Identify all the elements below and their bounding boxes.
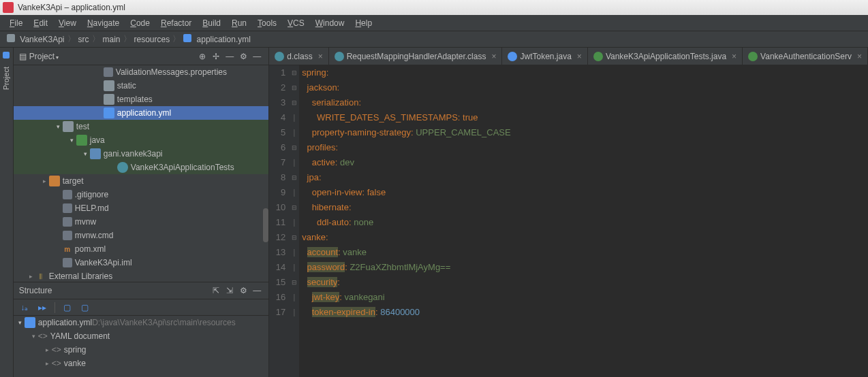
breadcrumb-item[interactable]: main	[103, 35, 121, 44]
tree-item[interactable]: mvnw.cmd	[14, 229, 269, 242]
editor-area: d.class×RequestMappingHandlerAdapter.cla…	[269, 48, 868, 377]
expand-all-icon[interactable]: ✢	[210, 50, 222, 63]
tree-item[interactable]: ▾test	[14, 120, 269, 133]
close-tab-icon[interactable]: ×	[732, 52, 737, 61]
tree-item-label: application.yml	[117, 108, 171, 118]
structure-panel-title[interactable]: Structure	[19, 286, 209, 295]
tree-item[interactable]: ▾gani.vankek3api	[14, 147, 269, 161]
tree-item[interactable]: ▸⫴External Libraries	[14, 269, 269, 282]
hide-structure-icon[interactable]: —	[251, 284, 263, 297]
file-icon	[63, 258, 72, 267]
tree-item[interactable]: ValidationMessages.properties	[14, 65, 269, 79]
chevron-right-icon[interactable]: ▸	[41, 178, 49, 184]
tree-item[interactable]: VankeK3Api.iml	[14, 256, 269, 269]
close-tab-icon[interactable]: ×	[857, 52, 862, 61]
fold-marker[interactable]: ⊟	[290, 140, 299, 155]
tree-item[interactable]: .gitignore	[14, 188, 269, 201]
line-number: 13	[269, 245, 285, 260]
fold-marker[interactable]: ⊟	[290, 80, 299, 95]
autoscroll-icon[interactable]: ▸▸	[35, 301, 49, 314]
structure-root[interactable]: ▾application.yml D:\java\VankeK3Api\src\…	[14, 316, 269, 329]
show-fields-icon[interactable]: ▢	[61, 301, 74, 314]
code-content[interactable]: spring: jackson: serialization: WRITE_DA…	[299, 65, 868, 377]
sort-alpha-icon[interactable]: ↓ₐ	[18, 301, 31, 314]
chevron-down-icon[interactable]: ▾	[82, 150, 90, 157]
chevron-down-icon[interactable]: ▾	[55, 123, 63, 130]
tree-item[interactable]: HELP.md	[14, 201, 269, 215]
line-number: 12	[269, 230, 285, 245]
chevron-icon[interactable]: ▾	[30, 333, 38, 340]
close-tab-icon[interactable]: ×	[318, 52, 323, 61]
structure-settings-icon[interactable]: ⚙	[237, 284, 249, 297]
breadcrumb-item[interactable]: application.yml	[183, 34, 251, 44]
tree-item[interactable]: templates	[14, 93, 269, 106]
chevron-down-icon[interactable]: ▾	[68, 137, 76, 144]
editor-tab[interactable]: RequestMappingHandlerAdapter.class×	[329, 48, 503, 65]
hide-panel-icon[interactable]: —	[251, 50, 263, 63]
chevron-icon[interactable]: ▸	[44, 346, 52, 353]
fold-marker[interactable]: ⊟	[290, 170, 299, 185]
structure-item[interactable]: ▾<>YAML document	[14, 329, 269, 343]
menu-file[interactable]: File	[4, 18, 28, 28]
close-tab-icon[interactable]: ×	[577, 52, 582, 61]
structure-item-label: YAML document	[50, 331, 110, 341]
scrollbar-thumb[interactable]	[263, 208, 268, 242]
project-panel-title[interactable]: Project▾	[29, 52, 196, 61]
project-tool-icon[interactable]	[3, 52, 10, 59]
fold-marker[interactable]: ⊟	[290, 230, 299, 245]
editor-tab[interactable]: JwtToken.java×	[502, 48, 587, 65]
menu-help[interactable]: Help	[350, 18, 377, 28]
chevron-down-icon[interactable]: ▾	[16, 319, 25, 326]
breadcrumb-item[interactable]: resources	[134, 35, 170, 44]
menu-vcs[interactable]: VCS	[282, 18, 310, 28]
file-type-icon	[748, 52, 758, 61]
chevron-icon[interactable]: ▸	[44, 360, 52, 367]
tree-item[interactable]: mvnw	[14, 215, 269, 229]
collapse-icon[interactable]: ⇲	[223, 284, 236, 297]
fold-marker: │	[290, 125, 299, 140]
tree-item[interactable]: mpom.xml	[14, 242, 269, 256]
editor-tabbar: d.class×RequestMappingHandlerAdapter.cla…	[269, 48, 868, 65]
menu-code[interactable]: Code	[125, 18, 155, 28]
file-type-icon	[335, 52, 344, 61]
breadcrumb-separator-icon: 〉	[67, 33, 76, 45]
collapse-all-icon[interactable]: —	[223, 50, 236, 63]
breadcrumb-item[interactable]: src	[78, 35, 89, 44]
structure-tree[interactable]: ▾application.yml D:\java\VankeK3Api\src\…	[14, 316, 269, 377]
menu-run[interactable]: Run	[226, 18, 252, 28]
tree-item[interactable]: ▾java	[14, 133, 269, 147]
chevron-right-icon[interactable]: ▸	[27, 273, 35, 280]
tree-item[interactable]: application.yml	[14, 106, 269, 120]
show-inherited-icon[interactable]: ▢	[78, 301, 92, 314]
code-editor[interactable]: 1234567891011121314151617 ⊟⊟⊟││⊟│⊟│⊟│⊟││…	[269, 65, 868, 377]
editor-tab[interactable]: VankeAuthenticationServ×	[743, 48, 868, 65]
expand-icon[interactable]: ⇱	[210, 284, 222, 297]
menu-tools[interactable]: Tools	[252, 18, 282, 28]
structure-item[interactable]: ▸<>spring	[14, 343, 269, 357]
fold-marker[interactable]: ⊟	[290, 275, 299, 290]
tree-item[interactable]: VankeK3ApiApplicationTests	[14, 161, 269, 174]
tag-icon: <>	[38, 331, 48, 341]
project-tree[interactable]: ValidationMessages.propertiesstatictempl…	[14, 65, 269, 282]
locate-icon[interactable]: ⊕	[196, 50, 208, 63]
settings-gear-icon[interactable]: ⚙	[237, 50, 249, 63]
editor-tab[interactable]: d.class×	[269, 48, 328, 65]
tree-item[interactable]: ▸target	[14, 174, 269, 188]
fold-marker[interactable]: ⊟	[290, 200, 299, 215]
project-tool-label[interactable]: Project	[2, 67, 10, 90]
project-panel: ▤ Project▾ ⊕ ✢ — ⚙ — ValidationMessages.…	[14, 48, 270, 377]
tree-item[interactable]: static	[14, 79, 269, 93]
editor-tab[interactable]: VankeK3ApiApplicationTests.java×	[588, 48, 743, 65]
fold-gutter[interactable]: ⊟⊟⊟││⊟│⊟│⊟│⊟││⊟││	[290, 65, 299, 377]
menu-refactor[interactable]: Refactor	[155, 18, 197, 28]
menu-build[interactable]: Build	[197, 18, 226, 28]
fold-marker[interactable]: ⊟	[290, 65, 299, 80]
close-tab-icon[interactable]: ×	[491, 52, 496, 61]
breadcrumb-item[interactable]: VankeK3Api	[7, 34, 65, 44]
menu-edit[interactable]: Edit	[28, 18, 53, 28]
menu-navigate[interactable]: Navigate	[82, 18, 125, 28]
menu-window[interactable]: Window	[310, 18, 350, 28]
fold-marker[interactable]: ⊟	[290, 95, 299, 110]
menu-view[interactable]: View	[53, 18, 82, 28]
structure-item[interactable]: ▸<>vanke	[14, 357, 269, 370]
